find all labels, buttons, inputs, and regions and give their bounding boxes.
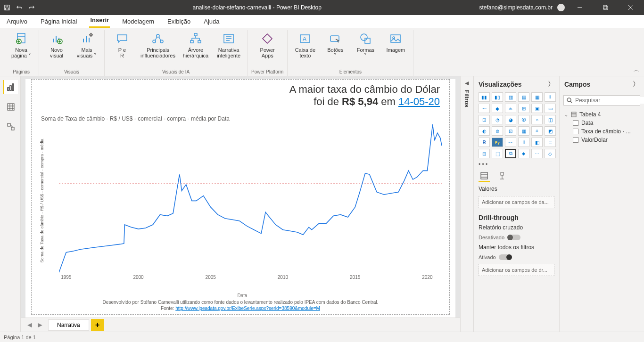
imagem-button[interactable]: Imagem [382,30,409,53]
viz-type-5[interactable]: ⫴ [545,92,556,102]
field-data[interactable]: Data [562,119,641,127]
viz-type-11[interactable]: ▭ [545,104,556,113]
viz-type-27[interactable]: ⫴ [518,138,529,147]
report-view-button[interactable] [3,80,18,94]
chart-title: Soma de Taxa de câmbio - R$ / US$ - come… [41,115,230,122]
viz-type-1[interactable]: ▮▯ [492,92,503,102]
collapse-viz-icon[interactable]: 〉 [548,80,554,89]
maximize-button[interactable] [595,0,616,15]
viz-type-20[interactable]: ⊡ [505,126,516,136]
viz-type-21[interactable]: ▦ [518,126,529,136]
model-view-button[interactable] [3,120,18,134]
rel-cruz-toggle[interactable]: Desativado [474,234,559,241]
checkbox-icon[interactable] [573,120,578,126]
viz-type-26[interactable]: 〰 [505,138,516,147]
viz-type-18[interactable]: ◐ [479,126,490,136]
tab-next-icon[interactable]: ► [35,320,45,330]
power-apps-button[interactable]: Power Apps [254,30,281,58]
viz-more-icon[interactable]: • • • [474,161,559,168]
viz-type-3[interactable]: ▤ [518,92,529,102]
buttons-icon [328,31,343,46]
viz-type-22[interactable]: ⌗ [531,126,543,136]
viz-type-35[interactable]: ◇ [545,149,556,158]
viz-type-8[interactable]: ⩕ [505,104,516,113]
nova-pagina-button[interactable]: Nova página ˅ [8,30,35,58]
checkbox-icon[interactable] [573,129,578,134]
drill-well[interactable]: Adicionar os campos de dr... [479,264,554,276]
footer-link[interactable]: http://www.ipeadata.gov.br/ExibeSerie.as… [175,306,320,311]
svg-rect-53 [8,123,10,126]
minimize-button[interactable] [570,0,590,15]
manter-toggle[interactable]: Ativado [474,253,559,261]
headline: A maior taxa do câmbio do Dólar foi de R… [289,83,440,108]
viz-type-9[interactable]: ⊞ [518,104,529,113]
viz-type-14[interactable]: ◕ [505,115,516,124]
checkbox-icon[interactable] [573,137,578,143]
viz-type-10[interactable]: ▣ [531,104,543,113]
formas-button[interactable]: Formas ˅ [352,30,379,58]
viz-type-25[interactable]: Py [492,138,503,147]
valores-well[interactable]: Adicionar os campos de da... [479,196,554,208]
add-page-button[interactable]: + [91,319,104,331]
document-title: analise-dolar-stefano-carnevalli - Power… [35,4,479,11]
tab-narrativa[interactable]: Narrativa [48,319,89,331]
viz-type-17[interactable]: ◫ [545,115,556,124]
viz-type-30[interactable]: ⊟ [479,149,490,158]
botoes-button[interactable]: Botões ˅ [322,30,349,58]
field-valordolar[interactable]: ValorDolar [562,136,641,144]
narrativa-button[interactable]: Narrativa inteligente [214,30,243,58]
p-e-r-button[interactable]: P e R [108,30,136,58]
search-input[interactable] [575,97,644,104]
fields-tab-icon[interactable] [479,171,490,182]
viz-type-28[interactable]: ◧ [531,138,543,147]
viz-type-7[interactable]: ◆ [492,104,503,113]
viz-type-13[interactable]: ◔ [492,115,503,124]
viz-type-6[interactable]: 〰 [479,104,490,113]
svg-rect-1 [6,5,8,7]
user-avatar-icon[interactable] [557,4,565,11]
user-email[interactable]: stefano@simplesdata.com.br [479,4,553,11]
mais-visuais-button[interactable]: Mais visuais ˅ [73,30,100,58]
viz-type-33[interactable]: ⯁ [518,149,529,158]
save-icon[interactable] [4,4,10,11]
field-taxa[interactable]: Taxa de câmbio - ... [562,127,641,136]
viz-type-32[interactable]: ⧉ [505,149,516,158]
headline-date-link[interactable]: 14-05-20 [398,96,440,107]
viz-type-24[interactable]: R [479,138,490,147]
viz-type-4[interactable]: ▦ [531,92,543,102]
viz-type-0[interactable]: ▮▮ [479,92,490,102]
format-tab-icon[interactable] [496,171,508,182]
tab-prev-icon[interactable]: ◄ [25,320,35,330]
arvore-button[interactable]: Árvore hierárquica [180,30,211,58]
table-node[interactable]: ⌄ Tabela 4 [562,110,641,119]
fields-search[interactable] [563,95,640,106]
redo-icon[interactable] [28,4,35,11]
menu-arquivo[interactable]: Arquivo [6,16,28,28]
menu-inserir[interactable]: Inserir [89,15,110,28]
viz-type-23[interactable]: ◩ [545,126,556,136]
undo-icon[interactable] [16,4,23,11]
caixa-texto-button[interactable]: A Caixa de texto [291,30,319,58]
menu-ajuda[interactable]: Ajuda [203,16,220,28]
viz-type-34[interactable]: ⋯ [531,149,543,158]
report-visual[interactable]: A maior taxa do câmbio do Dólar foi de R… [31,79,450,315]
close-button[interactable] [620,0,641,15]
viz-type-31[interactable]: ⬚ [492,149,503,158]
collapse-fields-icon[interactable]: 〉 [633,80,639,89]
viz-type-16[interactable]: ○ [531,115,543,124]
viz-type-15[interactable]: ⦿ [518,115,529,124]
data-view-button[interactable] [3,100,18,114]
viz-type-29[interactable]: ≣ [545,138,556,147]
menu-modelagem[interactable]: Modelagem [121,16,155,28]
viz-type-19[interactable]: ⊚ [492,126,503,136]
filters-pane-collapsed[interactable]: ◀ Filtros [460,76,473,332]
viz-type-2[interactable]: ▥ [505,92,516,102]
menu-pagina-inicial[interactable]: Página Inicial [40,16,78,28]
principais-influenciadores-button[interactable]: Principais influenciadores [139,30,177,58]
viz-type-12[interactable]: ⊡ [479,115,490,124]
expand-filters-icon[interactable]: ◀ [465,80,469,86]
svg-rect-42 [365,38,370,43]
menu-exibicao[interactable]: Exibição [166,16,191,28]
collapse-ribbon-icon[interactable]: ︿ [634,66,639,74]
novo-visual-button[interactable]: Novo visual [43,30,70,58]
